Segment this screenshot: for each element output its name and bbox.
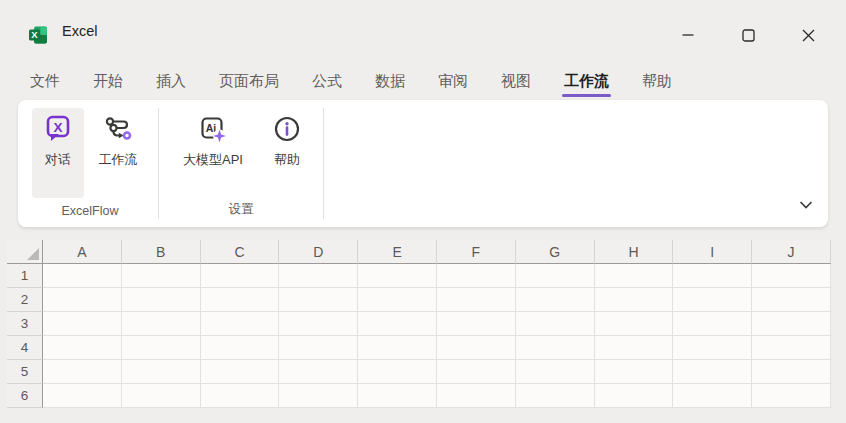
ribbon-button-workflow[interactable]: 工作流 bbox=[88, 108, 148, 198]
ribbon-group-excelflow: X 对话 bbox=[32, 100, 148, 227]
maximize-icon bbox=[742, 29, 755, 42]
cell[interactable] bbox=[358, 288, 437, 312]
cell[interactable] bbox=[43, 336, 122, 360]
row-header[interactable]: 1 bbox=[7, 264, 43, 288]
cell[interactable] bbox=[358, 264, 437, 288]
cell[interactable] bbox=[595, 264, 674, 288]
cell[interactable] bbox=[122, 384, 201, 408]
cell[interactable] bbox=[673, 360, 752, 384]
cell[interactable] bbox=[358, 360, 437, 384]
cell[interactable] bbox=[358, 384, 437, 408]
minimize-button[interactable] bbox=[668, 18, 708, 52]
minimize-icon bbox=[682, 29, 694, 41]
select-all-corner[interactable] bbox=[7, 240, 43, 264]
ribbon-button-help[interactable]: 帮助 bbox=[261, 108, 313, 198]
collapse-ribbon-button[interactable] bbox=[792, 195, 820, 219]
cell[interactable] bbox=[752, 360, 831, 384]
cell[interactable] bbox=[279, 336, 358, 360]
cell[interactable] bbox=[43, 312, 122, 336]
cell[interactable] bbox=[201, 312, 280, 336]
tab-2[interactable]: 插入 bbox=[142, 62, 200, 100]
close-button[interactable] bbox=[788, 18, 828, 52]
cell[interactable] bbox=[122, 288, 201, 312]
cell[interactable] bbox=[279, 384, 358, 408]
cell[interactable] bbox=[279, 288, 358, 312]
row-header[interactable]: 5 bbox=[7, 360, 43, 384]
tab-6[interactable]: 审阅 bbox=[424, 62, 482, 100]
cell[interactable] bbox=[673, 264, 752, 288]
cell[interactable] bbox=[516, 288, 595, 312]
cell[interactable] bbox=[43, 384, 122, 408]
column-header[interactable]: I bbox=[673, 240, 752, 264]
cell[interactable] bbox=[122, 312, 201, 336]
cell[interactable] bbox=[752, 264, 831, 288]
cell[interactable] bbox=[201, 264, 280, 288]
cell[interactable] bbox=[279, 360, 358, 384]
cell[interactable] bbox=[201, 384, 280, 408]
column-header[interactable]: E bbox=[358, 240, 437, 264]
column-header[interactable]: B bbox=[122, 240, 201, 264]
row-header[interactable]: 6 bbox=[7, 384, 43, 408]
cell[interactable] bbox=[122, 360, 201, 384]
cell[interactable] bbox=[516, 336, 595, 360]
cell[interactable] bbox=[437, 360, 516, 384]
column-header[interactable]: F bbox=[437, 240, 516, 264]
cell[interactable] bbox=[516, 360, 595, 384]
cell[interactable] bbox=[358, 336, 437, 360]
cell[interactable] bbox=[673, 288, 752, 312]
cell[interactable] bbox=[279, 312, 358, 336]
column-header[interactable]: G bbox=[516, 240, 595, 264]
cell[interactable] bbox=[595, 288, 674, 312]
ribbon-button-chat[interactable]: X 对话 bbox=[32, 108, 84, 198]
tab-0[interactable]: 文件 bbox=[16, 62, 74, 100]
cell[interactable] bbox=[358, 312, 437, 336]
cell[interactable] bbox=[595, 360, 674, 384]
tab-9[interactable]: 帮助 bbox=[628, 62, 686, 100]
cell[interactable] bbox=[201, 336, 280, 360]
tab-5[interactable]: 数据 bbox=[361, 62, 419, 100]
cell[interactable] bbox=[437, 384, 516, 408]
cell[interactable] bbox=[516, 384, 595, 408]
column-header[interactable]: H bbox=[595, 240, 674, 264]
cell[interactable] bbox=[752, 288, 831, 312]
cell[interactable] bbox=[673, 336, 752, 360]
cell[interactable] bbox=[43, 288, 122, 312]
cell[interactable] bbox=[673, 312, 752, 336]
ribbon-button-llm-api[interactable]: Ai 大模型API bbox=[169, 108, 257, 198]
column-header[interactable]: J bbox=[752, 240, 831, 264]
cell[interactable] bbox=[752, 336, 831, 360]
cell[interactable] bbox=[437, 336, 516, 360]
cell[interactable] bbox=[752, 312, 831, 336]
column-header[interactable]: A bbox=[43, 240, 122, 264]
cell[interactable] bbox=[43, 360, 122, 384]
tab-1[interactable]: 开始 bbox=[79, 62, 137, 100]
cell[interactable] bbox=[201, 360, 280, 384]
column-header[interactable]: C bbox=[201, 240, 280, 264]
cell[interactable] bbox=[516, 264, 595, 288]
cell[interactable] bbox=[201, 288, 280, 312]
maximize-button[interactable] bbox=[728, 18, 768, 52]
row-header[interactable]: 2 bbox=[7, 288, 43, 312]
column-header[interactable]: D bbox=[279, 240, 358, 264]
tab-workflow[interactable]: 工作流 bbox=[550, 62, 623, 100]
cell[interactable] bbox=[595, 336, 674, 360]
cell[interactable] bbox=[595, 312, 674, 336]
cell[interactable] bbox=[752, 384, 831, 408]
cell[interactable] bbox=[43, 264, 122, 288]
cell[interactable] bbox=[122, 336, 201, 360]
cell[interactable] bbox=[595, 384, 674, 408]
tab-7[interactable]: 视图 bbox=[487, 62, 545, 100]
chevron-down-icon bbox=[798, 198, 814, 216]
cell[interactable] bbox=[437, 264, 516, 288]
cell[interactable] bbox=[122, 264, 201, 288]
cell[interactable] bbox=[279, 264, 358, 288]
cell[interactable] bbox=[437, 312, 516, 336]
tab-3[interactable]: 页面布局 bbox=[205, 62, 293, 100]
tab-4[interactable]: 公式 bbox=[298, 62, 356, 100]
cell[interactable] bbox=[673, 384, 752, 408]
row-header[interactable]: 4 bbox=[7, 336, 43, 360]
cell[interactable] bbox=[437, 288, 516, 312]
cell[interactable] bbox=[516, 312, 595, 336]
ribbon-group-label: 设置 bbox=[169, 201, 313, 227]
row-header[interactable]: 3 bbox=[7, 312, 43, 336]
